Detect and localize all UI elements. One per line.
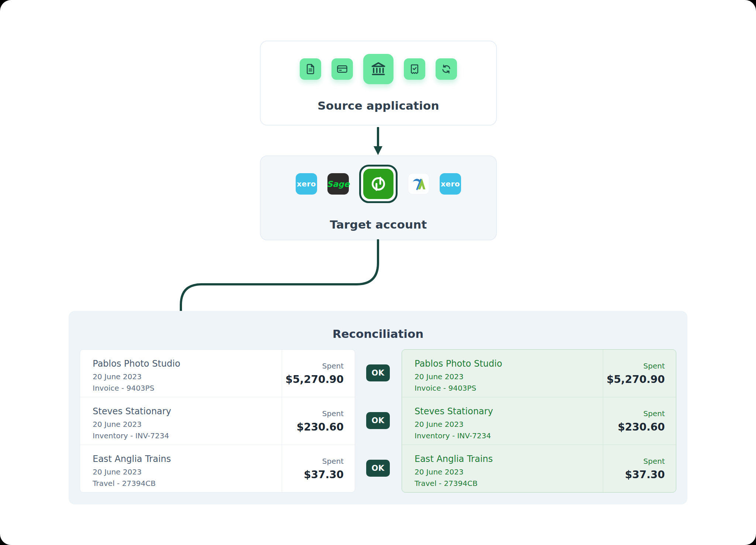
spent-label: Spent xyxy=(322,409,344,418)
transaction-details: Steves Stationary 20 June 2023 Inventory… xyxy=(80,397,282,445)
source-icon-row xyxy=(300,54,457,84)
matched-transactions-table: Pablos Photo Studio 20 June 2023 Invoice… xyxy=(402,349,676,493)
spent-label: Spent xyxy=(643,457,665,466)
xero-app-icon[interactable]: xero xyxy=(296,173,317,195)
sync-icon[interactable] xyxy=(436,58,457,80)
merchant-name: Pablos Photo Studio xyxy=(93,359,282,369)
transaction-date: 20 June 2023 xyxy=(415,372,603,381)
xero-logo-text: xero xyxy=(297,179,316,188)
transaction-details: East Anglia Trains 20 June 2023 Travel -… xyxy=(402,445,603,492)
spent-label: Spent xyxy=(643,409,665,418)
table-row: East Anglia Trains 20 June 2023 Travel -… xyxy=(402,445,676,492)
spent-cell: Spent $5,270.90 xyxy=(603,350,676,397)
spent-amount: $230.60 xyxy=(296,421,344,433)
target-icon-row: xero Sage xyxy=(296,165,461,203)
sage-app-icon[interactable]: Sage xyxy=(327,173,349,195)
merchant-name: Steves Stationary xyxy=(415,406,603,417)
transaction-reference: Travel - 27394CB xyxy=(93,479,282,488)
transaction-date: 20 June 2023 xyxy=(93,420,282,429)
transaction-details: Pablos Photo Studio 20 June 2023 Invoice… xyxy=(80,350,282,397)
table-row: Pablos Photo Studio 20 June 2023 Invoice… xyxy=(402,350,676,397)
spent-label: Spent xyxy=(643,361,665,370)
down-arrow xyxy=(372,127,384,157)
table-row: East Anglia Trains 20 June 2023 Travel -… xyxy=(80,445,355,492)
spent-amount: $37.30 xyxy=(304,469,344,481)
spent-cell: Spent $37.30 xyxy=(282,445,355,492)
receipt-check-icon[interactable] xyxy=(404,58,425,80)
transaction-date: 20 June 2023 xyxy=(415,420,603,429)
transaction-details: Pablos Photo Studio 20 June 2023 Invoice… xyxy=(402,350,603,397)
transaction-reference: Travel - 27394CB xyxy=(415,479,603,488)
ok-button-3[interactable]: OK xyxy=(366,460,390,477)
transaction-reference: Inventory - INV-7234 xyxy=(93,431,282,440)
quickbooks-app-icon-selected[interactable] xyxy=(359,165,398,203)
freeagent-app-icon[interactable] xyxy=(408,173,429,195)
spent-amount: $37.30 xyxy=(625,469,665,481)
ok-button-2[interactable]: OK xyxy=(366,412,390,429)
spent-cell: Spent $5,270.90 xyxy=(282,350,355,397)
table-row: Steves Stationary 20 June 2023 Inventory… xyxy=(80,397,355,445)
transaction-reference: Invoice - 9403PS xyxy=(93,384,282,393)
transaction-reference: Invoice - 9403PS xyxy=(415,384,603,393)
spent-cell: Spent $37.30 xyxy=(603,445,676,492)
reconciliation-title: Reconciliation xyxy=(69,327,687,340)
transaction-date: 20 June 2023 xyxy=(93,467,282,476)
ok-button-1[interactable]: OK xyxy=(366,364,390,381)
transaction-reference: Inventory - INV-7234 xyxy=(415,431,603,440)
source-application-card: Source application xyxy=(260,41,497,126)
target-account-label: Target account xyxy=(330,218,427,231)
merchant-name: Pablos Photo Studio xyxy=(415,359,603,369)
spent-cell: Spent $230.60 xyxy=(282,397,355,445)
merchant-name: East Anglia Trains xyxy=(93,454,282,464)
xero-app-icon-2[interactable]: xero xyxy=(440,173,461,195)
quickbooks-logo xyxy=(363,169,394,199)
table-row: Steves Stationary 20 June 2023 Inventory… xyxy=(402,397,676,445)
transaction-details: East Anglia Trains 20 June 2023 Travel -… xyxy=(80,445,282,492)
document-icon[interactable] xyxy=(300,58,321,80)
spent-cell: Spent $230.60 xyxy=(603,397,676,445)
xero-logo-text-2: xero xyxy=(441,179,460,188)
source-application-label: Source application xyxy=(317,99,439,112)
merchant-name: Steves Stationary xyxy=(93,406,282,417)
table-row: Pablos Photo Studio 20 June 2023 Invoice… xyxy=(80,350,355,397)
spent-label: Spent xyxy=(322,457,344,466)
target-account-card: xero Sage xyxy=(260,155,497,240)
merchant-name: East Anglia Trains xyxy=(415,454,603,464)
credit-card-icon[interactable] xyxy=(331,58,353,80)
transaction-details: Steves Stationary 20 June 2023 Inventory… xyxy=(402,397,603,445)
spent-amount: $5,270.90 xyxy=(606,373,665,385)
source-transactions-table: Pablos Photo Studio 20 June 2023 Invoice… xyxy=(80,349,355,493)
spent-amount: $5,270.90 xyxy=(285,373,344,385)
sage-logo-text: Sage xyxy=(327,179,349,189)
reconciliation-panel: Reconciliation Pablos Photo Studio 20 Ju… xyxy=(69,311,687,504)
page: Source application xero Sage xyxy=(0,0,756,545)
bank-icon[interactable] xyxy=(363,54,394,84)
transaction-date: 20 June 2023 xyxy=(93,372,282,381)
spent-label: Spent xyxy=(322,361,344,370)
transaction-date: 20 June 2023 xyxy=(415,467,603,476)
spent-amount: $230.60 xyxy=(618,421,665,433)
